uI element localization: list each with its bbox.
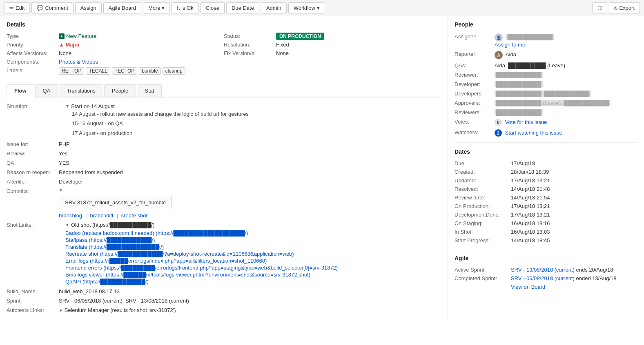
left-panel: Details Type: + New Feature Priority: ▲ … — [0, 16, 448, 320]
active-sprint-link[interactable]: SRV - 13/08/2018 (current) — [511, 267, 575, 273]
start-progress-row: Start Progress: 14/Aug/18 18:45 — [455, 236, 637, 245]
create-shot-link[interactable]: create shot — [121, 212, 147, 219]
afterlife-row: Afterlife: Developer — [7, 177, 441, 186]
components-label: Component/s: — [7, 59, 56, 65]
shot-links-toggle[interactable]: ▼ Old shot (https://███████████/) — [65, 222, 338, 228]
old-shot-link[interactable]: Old shot (https://███████████/) — [71, 222, 155, 228]
situation-line-3: 17 August - on production — [72, 128, 249, 138]
completed-sprint-link[interactable]: SRV - 06/08/2018 (current) — [511, 275, 575, 281]
it-is-ok-button[interactable]: It is Ok — [172, 2, 198, 13]
watchers-value: 2 Start watching this issue — [495, 129, 562, 137]
view-on-board-link[interactable]: View on Board — [511, 284, 545, 290]
active-sprint-value: SRV - 13/08/2018 (current) ends 20/Aug/1… — [511, 267, 613, 273]
label-tectop[interactable]: TECTOP — [112, 67, 137, 75]
staffpass-link[interactable]: Staffpass (https://████████████/) — [65, 237, 155, 243]
priority-label: Priority: — [7, 42, 56, 48]
autotests-value: ▼ Selenium Manager (results for shot 'sr… — [59, 307, 176, 313]
on-production-row: On Production: 17/Aug/18 13:21 — [455, 202, 637, 210]
label-tecall[interactable]: TECALL — [86, 67, 110, 75]
qas-value: Aida, ██████████ (Leave) — [495, 62, 565, 69]
situation-container: ▼ Start on 14 August 14 August - rollout… — [65, 103, 249, 138]
autotests-link[interactable]: Selenium Manager (results for shot 'srv-… — [65, 307, 176, 313]
more-button[interactable]: More ▾ — [143, 2, 170, 13]
review-date-label: Review date: — [455, 195, 508, 201]
shot-links-container: ▼ Old shot (https://███████████/) Badoo … — [65, 222, 338, 285]
assignee-row: Assignee: 👤 ████████████ Assign to me — [455, 32, 637, 49]
active-sprint-ends: ends 20/Aug/18 — [576, 267, 613, 273]
label-bumble[interactable]: bumble — [139, 67, 160, 75]
label-cleanup[interactable]: cleanup — [163, 67, 185, 75]
created-row: Created: 28/Jun/18 18:39 — [455, 168, 637, 176]
vote-link[interactable]: Vote for this issue — [505, 119, 547, 125]
recreate-shot-link[interactable]: Recreate shot (https://████████████/?a=d… — [65, 251, 294, 257]
branchdiff-link[interactable]: branchdiff — [90, 212, 114, 219]
assignee-name: ████████████ — [506, 34, 555, 40]
in-shot-value: 16/Aug/18 13:03 — [511, 229, 550, 235]
approvers-row: Approvers: ████████████ (Leave), ███████… — [455, 98, 637, 108]
reviewers-label: Reviewers: — [455, 109, 491, 115]
edit-button[interactable]: ✏ Edit — [4, 2, 30, 13]
in-shot-row: In Shot: 16/Aug/18 13:03 — [455, 228, 637, 236]
autotests-chevron: ▼ — [59, 308, 63, 313]
approvers-label: Approvers: — [455, 100, 491, 106]
assign-to-me-link[interactable]: Assign to me — [495, 42, 525, 48]
error-logs-link[interactable]: Error logs (https://r█████errorlogs/inde… — [65, 258, 267, 264]
tab-stat[interactable]: Stat — [137, 84, 162, 97]
close-button[interactable]: Close — [201, 2, 225, 13]
agile-board-button[interactable]: Agile Board — [103, 2, 141, 13]
due-row: Due: 17/Aug/18 — [455, 159, 637, 168]
active-sprint-row: Active Sprint: SRV - 13/08/2018 (current… — [455, 265, 637, 274]
qa-value: YES — [59, 160, 69, 166]
watchers-label: Watchers: — [455, 129, 491, 135]
tab-translations[interactable]: Translations — [59, 84, 103, 97]
commits-toggle[interactable]: ▼ — [59, 188, 172, 192]
export-button[interactable]: ⎋ Export — [609, 2, 640, 13]
assignee-label: Assignee: — [455, 33, 491, 40]
situation-text: 14 August - rollout new assets and chang… — [72, 109, 249, 138]
votes-count: 0 — [495, 119, 502, 126]
agile-section: Agile Active Sprint: SRV - 13/08/2018 (c… — [455, 255, 637, 291]
tab-people[interactable]: People — [104, 84, 136, 97]
comment-button[interactable]: 💬 Comment — [31, 2, 73, 13]
updated-value: 17/Aug/18 13:21 — [511, 177, 550, 184]
tab-flow[interactable]: Flow — [7, 84, 34, 97]
status-row: Status: ON PRODUCTION — [224, 32, 441, 40]
dates-grid: Due: 17/Aug/18 Created: 28/Jun/18 18:39 … — [455, 159, 637, 245]
label-rettop[interactable]: RETTOP — [59, 67, 84, 75]
watchers-row: Watchers: 2 Start watching this issue — [455, 128, 637, 138]
bma-logs-link[interactable]: Bma logs viewer (https://██████m/tools/l… — [65, 272, 310, 278]
workflow-button[interactable]: Workflow ▾ — [288, 2, 325, 13]
qa-row: QA: YES — [7, 158, 441, 168]
main-layout: Details Type: + New Feature Priority: ▲ … — [0, 16, 644, 320]
situation-header[interactable]: ▼ Start on 14 August — [65, 103, 249, 109]
shot-link-frontend-errors: Frontend errors (https://█████████/error… — [65, 264, 338, 271]
frontend-errors-link[interactable]: Frontend errors (https://█████████/error… — [65, 265, 338, 271]
completed-sprint-ended: ended 13/Aug/18 — [576, 275, 616, 281]
labels-row: Labels: RETTOP TECALL TECTOP bumble clea… — [7, 66, 224, 76]
branchlog-link[interactable]: branchlog — [59, 212, 82, 219]
admin-button[interactable]: Admin — [261, 2, 287, 13]
badoo-link[interactable]: Badoo (replace badoo.com if needed) (htt… — [65, 230, 248, 236]
developers-row: Developers: ████████████, ████████████ — [455, 89, 637, 98]
autotests-label: Autotests Links: — [7, 307, 56, 313]
affects-value: None — [59, 50, 71, 56]
watch-link[interactable]: Start watching this issue — [505, 130, 562, 136]
completed-sprint-value: SRV - 06/08/2018 (current) ended 13/Aug/… — [511, 275, 617, 281]
priority-row: Priority: ▲ Major — [7, 40, 224, 49]
share-button[interactable]: ⬡ — [592, 2, 607, 13]
agile-separator — [455, 249, 637, 249]
approvers-value: ████████████ (Leave), ████████████ — [495, 100, 611, 106]
due-date-button[interactable]: Due Date — [226, 2, 259, 13]
commits-chevron: ▼ — [59, 188, 63, 192]
shot-link-staffpass: Staffpass (https://████████████/) — [65, 237, 338, 243]
reviewer-value: ████████████ — [495, 72, 543, 78]
assignee-avatar: 👤 — [495, 33, 503, 42]
assign-button[interactable]: Assign — [75, 2, 102, 13]
components-link[interactable]: Photos & Videos — [59, 59, 98, 65]
translate-link[interactable]: Translate (https://██████████████t/) — [65, 244, 164, 250]
shot-link-bma-logs: Bma logs viewer (https://██████m/tools/l… — [65, 271, 338, 278]
qaapi-link[interactable]: QaAPI (https://████████████/) — [65, 279, 149, 285]
dates-section: Dates Due: 17/Aug/18 Created: 28/Jun/18 … — [455, 148, 637, 245]
people-grid: Assignee: 👤 ████████████ Assign to me Re… — [455, 32, 637, 138]
tab-qa[interactable]: QA — [35, 84, 58, 97]
